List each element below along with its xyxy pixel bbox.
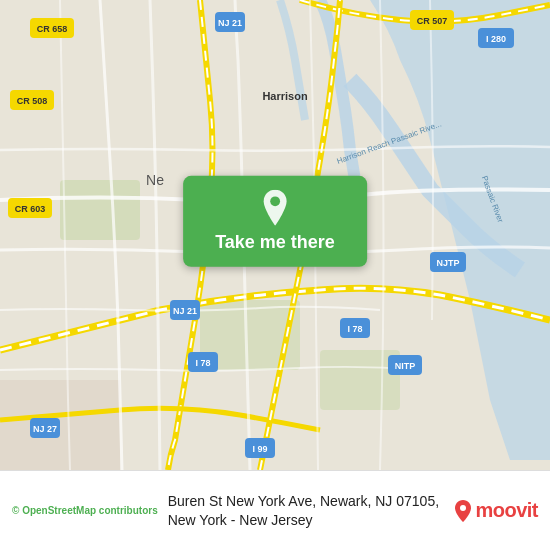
svg-text:CR 603: CR 603: [15, 204, 46, 214]
svg-text:NJTP: NJTP: [436, 258, 459, 268]
moovit-pin-icon: [454, 500, 472, 522]
svg-text:I 280: I 280: [486, 34, 506, 44]
svg-text:I 99: I 99: [252, 444, 267, 454]
svg-text:NJ 21: NJ 21: [173, 306, 197, 316]
moovit-logo: moovit: [454, 499, 538, 522]
svg-text:CR 508: CR 508: [17, 96, 48, 106]
osm-text: © OpenStreetMap contributors: [12, 505, 158, 516]
svg-text:NJ 21: NJ 21: [218, 18, 242, 28]
osm-attribution: © OpenStreetMap contributors: [12, 505, 158, 516]
address-display: Buren St New York Ave, Newark, NJ 07105,…: [168, 492, 445, 528]
svg-text:Harrison: Harrison: [262, 90, 308, 102]
button-label: Take me there: [215, 232, 335, 253]
svg-point-35: [270, 196, 280, 206]
svg-text:Ne: Ne: [146, 172, 164, 188]
info-bar: © OpenStreetMap contributors Buren St Ne…: [0, 470, 550, 550]
moovit-brand-name: moovit: [475, 499, 538, 522]
svg-text:I 78: I 78: [347, 324, 362, 334]
svg-point-36: [460, 505, 466, 511]
svg-text:NJ 27: NJ 27: [33, 424, 57, 434]
svg-text:I 78: I 78: [195, 358, 210, 368]
app: CR 658 NJ 21 CR 507 I 280 CR 508 Harriso…: [0, 0, 550, 550]
button-overlay: Take me there: [183, 176, 367, 267]
map-container: CR 658 NJ 21 CR 507 I 280 CR 508 Harriso…: [0, 0, 550, 470]
svg-text:CR 507: CR 507: [417, 16, 448, 26]
svg-rect-1: [60, 180, 140, 240]
take-me-there-button[interactable]: Take me there: [183, 176, 367, 267]
location-pin-icon: [257, 190, 293, 226]
svg-text:CR 658: CR 658: [37, 24, 68, 34]
moovit-brand: moovit: [454, 499, 538, 522]
svg-text:NITP: NITP: [395, 361, 416, 371]
